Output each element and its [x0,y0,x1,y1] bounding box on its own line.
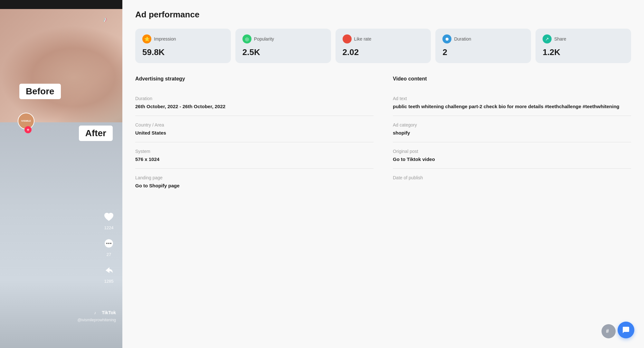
share-label: Share [554,36,566,42]
like-rate-icon: 💢 [343,34,352,43]
metric-header-popularity: ◎ Popularity [242,34,324,43]
advertising-strategy-section: Advertising strategy Duration 26th Octob… [135,76,374,195]
metric-header-impression: ⭐ Impression [142,34,224,43]
page-title: Ad performance [135,10,631,20]
like-rate-value: 2.02 [343,47,424,57]
original-post-row: Original post Go to Tiktok video [393,142,631,169]
ad-category-row: Ad category shopify [393,116,631,142]
action-buttons: 1224 27 1 [102,210,116,284]
watermark-text: TikTok [102,310,116,315]
duration-label: Duration [135,96,374,101]
ad-text-value: public teeth whitening challenge part-2 … [393,104,631,109]
metrics-row: ⭐ Impression 59.8K ◎ Popularity 2.5K 💢 L… [135,29,631,63]
metric-card-like-rate: 💢 Like rate 2.02 [336,29,431,63]
top-bar [0,0,122,9]
share-metric-icon: ↗ [543,34,552,43]
metric-card-share: ↗ Share 1.2K [535,29,631,63]
share-count: 1285 [104,279,114,284]
svg-text:♪: ♪ [103,15,107,23]
duration-value: 2 [442,47,524,57]
system-row: System 576 x 1024 [135,142,374,169]
chat-fab-button[interactable] [618,322,634,338]
impression-label: Impression [154,36,176,42]
impression-icon: ⭐ [142,34,151,43]
comment-action[interactable]: 27 [102,237,116,257]
svg-text:#: # [606,328,609,334]
original-post-value[interactable]: Go to Tiktok video [393,156,631,162]
svg-text:♪: ♪ [94,310,96,315]
like-count: 1224 [104,225,114,230]
ad-performance-panel: Ad performance ⭐ Impression 59.8K ◎ Popu… [122,0,644,348]
share-icon [102,263,116,277]
popularity-icon: ◎ [242,34,251,43]
ad-category-label: Ad category [393,122,631,127]
comment-icon [102,237,116,251]
video-content-section: Video content Ad text public teeth white… [393,76,631,195]
metric-card-duration: ⏺ Duration 2 [435,29,531,63]
svg-point-5 [106,243,108,244]
tiktok-logo: ♪ ♪ ♪ [100,13,113,26]
landing-page-label: Landing page [135,175,374,180]
like-action[interactable]: 1224 [102,210,116,230]
metric-card-popularity: ◎ Popularity 2.5K [235,29,331,63]
heart-icon [102,210,116,224]
duration-row: Duration 26th October, 2022 - 26th Octob… [135,89,374,116]
impression-value: 59.8K [142,47,224,57]
hashtag-button[interactable]: # [601,324,616,338]
system-label: System [135,149,374,154]
metric-header-like-rate: 💢 Like rate [343,34,424,43]
follow-button[interactable]: + [24,126,32,133]
svg-point-6 [108,243,109,244]
duration-value-text: 26th October, 2022 - 26th October, 2022 [135,104,374,109]
landing-page-value[interactable]: Go to Shopify page [135,183,374,188]
content-grid: Advertising strategy Duration 26th Octob… [135,76,631,195]
share-value: 1.2K [543,47,624,57]
ad-text-label: Ad text [393,96,631,101]
comment-count: 27 [107,252,111,257]
country-label: Country / Area [135,122,374,127]
date-publish-row: Date of publish [393,169,631,189]
video-container: ♪ ♪ ♪ Before IVISMILE + After [0,0,122,348]
popularity-label: Popularity [254,36,274,42]
advertising-strategy-title: Advertising strategy [135,76,374,82]
country-row: Country / Area United States [135,116,374,142]
metric-card-impression: ⭐ Impression 59.8K [135,29,231,63]
landing-page-row: Landing page Go to Shopify page [135,169,374,195]
video-content-title: Video content [393,76,631,82]
metric-header-duration: ⏺ Duration [442,34,524,43]
share-action[interactable]: 1285 [102,263,116,284]
popularity-value: 2.5K [242,47,324,57]
ad-category-value: shopify [393,130,631,136]
system-value: 576 x 1024 [135,156,374,162]
after-label: After [79,126,113,141]
video-panel: ♪ ♪ ♪ Before IVISMILE + After [0,0,122,348]
svg-point-7 [110,243,111,244]
country-value: United States [135,130,374,136]
duration-icon: ⏺ [442,34,451,43]
date-publish-label: Date of publish [393,175,631,180]
original-post-label: Original post [393,149,631,154]
username-text: @ivismileprowhitening [77,318,116,322]
duration-metric-label: Duration [454,36,471,42]
like-rate-label: Like rate [354,36,372,42]
ad-text-row: Ad text public teeth whitening challenge… [393,89,631,116]
metric-header-share: ↗ Share [543,34,624,43]
tiktok-watermark: ♪ TikTok [93,309,116,316]
before-label: Before [19,84,61,99]
face-detail [0,26,122,129]
